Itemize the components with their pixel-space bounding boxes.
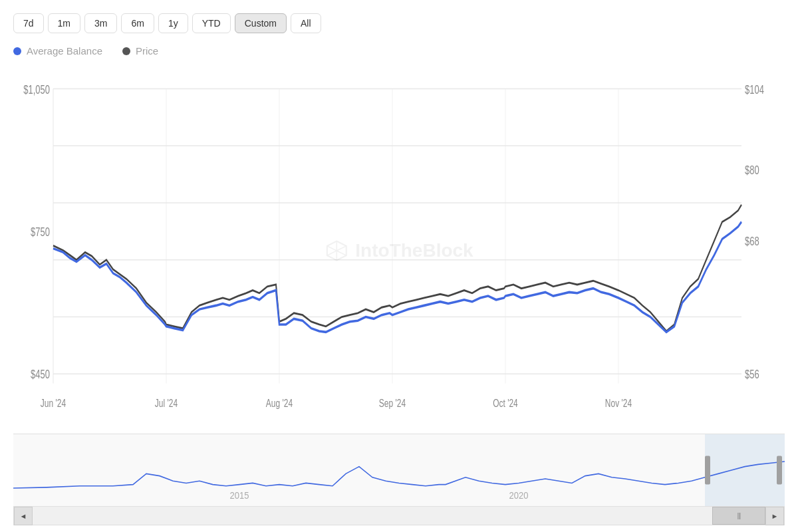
btn-6m[interactable]: 6m	[121, 13, 154, 33]
legend-avg-label: Average Balance	[27, 45, 102, 57]
svg-text:$750: $750	[31, 225, 50, 239]
time-range-controls: 7d 1m 3m 6m 1y YTD Custom All	[13, 13, 785, 33]
svg-text:$80: $80	[745, 163, 759, 177]
scroll-grip-icon: |||	[737, 512, 741, 519]
svg-rect-33	[705, 456, 710, 484]
svg-text:$104: $104	[745, 82, 764, 96]
svg-text:$1,050: $1,050	[23, 82, 50, 96]
svg-text:Aug '24: Aug '24	[266, 397, 293, 410]
btn-1y[interactable]: 1y	[158, 13, 188, 33]
legend-avg-dot	[13, 47, 21, 55]
legend-price-label: Price	[136, 45, 158, 57]
btn-1m[interactable]: 1m	[48, 13, 80, 33]
svg-text:Sep '24: Sep '24	[379, 397, 406, 410]
btn-ytd[interactable]: YTD	[192, 13, 231, 33]
svg-text:$56: $56	[745, 367, 759, 381]
svg-text:2015: 2015	[230, 491, 249, 501]
main-container: 7d 1m 3m 6m 1y YTD Custom All Average Ba…	[0, 0, 798, 532]
svg-text:Oct '24: Oct '24	[493, 397, 518, 410]
scroll-left-icon: ◄	[20, 512, 27, 520]
btn-custom[interactable]: Custom	[235, 13, 287, 33]
svg-text:Nov '24: Nov '24	[605, 397, 632, 410]
legend-price: Price	[122, 45, 158, 57]
svg-text:Jun '24: Jun '24	[41, 397, 66, 410]
scroll-right-icon: ►	[771, 512, 779, 520]
svg-rect-30	[705, 434, 785, 506]
navigator-svg: 2015 2020	[13, 434, 785, 506]
svg-text:2020: 2020	[509, 491, 529, 501]
legend-price-dot	[122, 47, 130, 55]
btn-7d[interactable]: 7d	[13, 13, 44, 33]
scroll-left-btn[interactable]: ◄	[14, 507, 33, 525]
main-chart: IntoTheBlock $1,050 $450	[13, 70, 785, 431]
svg-text:$450: $450	[31, 367, 50, 381]
chart-svg: $1,050 $450 $750 $104 $80 $68 $56 Jun '2…	[13, 70, 785, 431]
navigator-chart: 2015 2020	[13, 434, 785, 507]
chart-svg-wrapper: IntoTheBlock $1,050 $450	[13, 70, 785, 431]
svg-rect-34	[777, 456, 782, 484]
svg-text:$68: $68	[745, 234, 759, 248]
scroll-track[interactable]: |||	[33, 507, 765, 525]
btn-all[interactable]: All	[291, 13, 321, 33]
scrollbar: ◄ ||| ►	[13, 507, 785, 525]
btn-3m[interactable]: 3m	[84, 13, 117, 33]
svg-rect-29	[13, 434, 785, 506]
chart-legend: Average Balance Price	[13, 45, 785, 57]
scroll-right-btn[interactable]: ►	[765, 507, 784, 525]
legend-avg-balance: Average Balance	[13, 45, 102, 57]
svg-text:Jul '24: Jul '24	[155, 397, 178, 410]
avg-balance-line	[53, 222, 741, 332]
scroll-thumb[interactable]: |||	[712, 507, 765, 525]
